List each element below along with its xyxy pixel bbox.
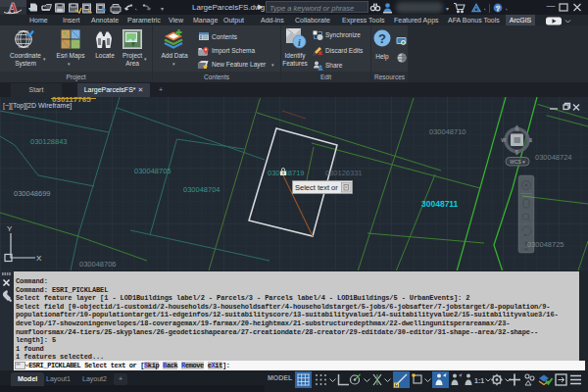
- svg-text:030048705: 030048705: [134, 167, 172, 175]
- svg-text:Y: Y: [7, 224, 13, 233]
- svg-text:i: i: [298, 37, 301, 48]
- svg-text:030048699: 030048699: [14, 189, 51, 198]
- svg-text:Select text or: Select text or: [295, 183, 338, 192]
- svg-text:030048724: 030048724: [535, 153, 572, 162]
- svg-text:030128843: 030128843: [30, 137, 68, 146]
- svg-text:1:1: 1:1: [474, 377, 484, 384]
- svg-text:30048711: 30048711: [421, 199, 459, 209]
- svg-text:030048706: 030048706: [79, 260, 117, 269]
- svg-text:030048704: 030048704: [183, 185, 220, 194]
- svg-text:?: ?: [496, 5, 500, 12]
- svg-text:[−][Top][2D Wireframe]: [−][Top][2D Wireframe]: [3, 102, 72, 110]
- svg-text:030048710: 030048710: [429, 127, 466, 136]
- svg-text:X: X: [36, 254, 42, 263]
- svg-text:?: ?: [378, 31, 386, 46]
- svg-text:030126331: 030126331: [325, 169, 363, 177]
- svg-text:WCS ▾: WCS ▾: [510, 159, 525, 165]
